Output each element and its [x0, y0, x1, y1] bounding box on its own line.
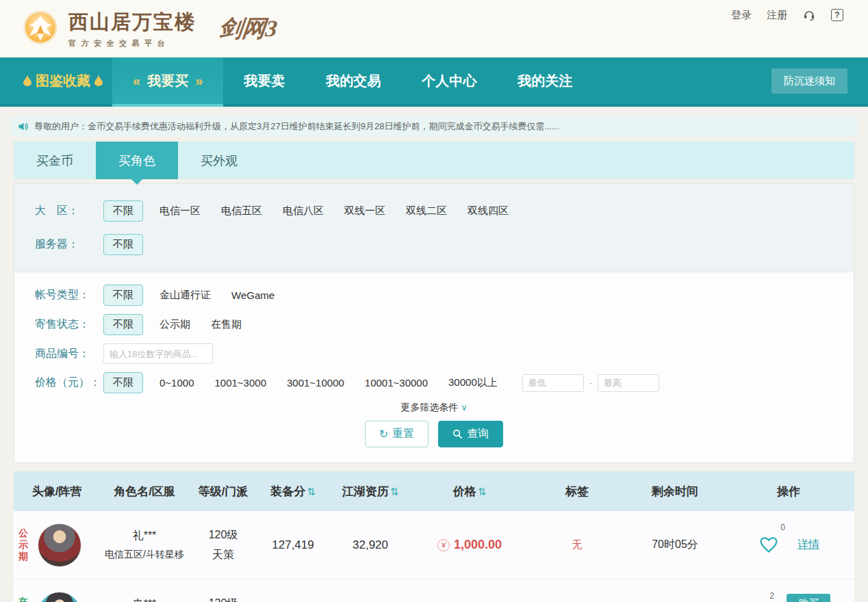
yen-icon: ¥: [437, 539, 450, 551]
speaker-icon: [18, 121, 29, 132]
site-logo[interactable]: 西山居万宝楼 官方安全交易平台: [21, 9, 196, 49]
character-server: 电信五区/斗转星移: [100, 549, 189, 561]
tags-value: 无: [527, 538, 627, 551]
character-name: 夹***: [100, 597, 189, 602]
customer-service-icon[interactable]: [802, 8, 816, 22]
announcement-bar[interactable]: 尊敬的用户：金币交易手续费优惠活动福利升级，从原定3月27日维护前结束延长到9月…: [10, 117, 858, 136]
jx3-game-logo: 剑网3: [218, 13, 279, 44]
filter-option[interactable]: 电信八区: [283, 205, 324, 218]
col-price[interactable]: 价格⇅: [412, 484, 527, 499]
nav-item-collection[interactable]: 图鉴收藏: [14, 57, 112, 104]
wanbaolou-logo-icon: [21, 9, 60, 49]
sort-icon[interactable]: ⇅: [390, 486, 399, 497]
col-actions: 操作: [723, 484, 854, 499]
sort-icon[interactable]: ⇅: [478, 486, 487, 497]
filter-option[interactable]: 在售期: [211, 318, 242, 331]
buy-button[interactable]: 购买: [787, 594, 830, 602]
reset-button[interactable]: ↻ 重置: [365, 421, 429, 447]
buy-tabs: 买金币 买角色 买外观: [14, 142, 854, 179]
help-icon[interactable]: ?: [831, 9, 843, 21]
col-gear-score[interactable]: 装备分⇅: [257, 484, 329, 499]
filter-section-server: 大 区： 不限 电信一区 电信五区 电信八区 双线一区 双线二区 双线四区 服务…: [14, 184, 854, 272]
tab-buy-character[interactable]: 买角色: [96, 142, 178, 179]
price-min-input[interactable]: [522, 374, 584, 392]
droplet-icon: [23, 75, 31, 86]
anti-addiction-button[interactable]: 防沉迷须知: [771, 68, 847, 94]
filter-section-detail: 帐号类型： 不限 金山通行证 WeGame 寄售状态： 不限 公示期 在售期 商…: [14, 272, 854, 462]
col-name-server: 角色名/区服: [100, 484, 189, 499]
character-name: 礼***: [100, 529, 189, 543]
search-button[interactable]: 查询: [438, 421, 503, 447]
filter-label: 价格（元）：: [35, 376, 103, 390]
login-link[interactable]: 登录: [731, 9, 752, 22]
filter-option-selected[interactable]: 不限: [103, 372, 143, 393]
col-avatar-faction: 头像/阵营: [14, 484, 100, 499]
search-icon: [452, 429, 463, 439]
filter-option[interactable]: WeGame: [231, 289, 275, 301]
filter-option[interactable]: 30000以上: [448, 376, 498, 389]
filter-option-selected[interactable]: 不限: [103, 314, 143, 335]
table-row[interactable]: 在售期 夹*** 电信五区/梦江南 120级 唐门 191,624 6,860 …: [14, 579, 854, 602]
character-school: 天策: [189, 548, 257, 562]
gear-score-value: 127,419: [257, 538, 329, 552]
character-level: 120级: [189, 528, 257, 542]
nav-item-label: 我要买: [147, 72, 188, 90]
nav-item-my-follows[interactable]: 我的关注: [497, 57, 593, 104]
favorite-count: 2: [769, 591, 774, 601]
table-row[interactable]: 公示期 礼*** 电信五区/斗转星移 120级 天策 127,419 32,92…: [14, 511, 854, 579]
favorite-count: 0: [780, 523, 785, 532]
character-avatar[interactable]: [38, 523, 81, 567]
filter-option-selected[interactable]: 不限: [103, 234, 143, 255]
tab-buy-gold[interactable]: 买金币: [14, 142, 96, 179]
filter-option[interactable]: 电信五区: [221, 205, 262, 218]
register-link[interactable]: 注册: [767, 9, 787, 22]
listing-status: 公示期: [18, 527, 29, 562]
nav-item-my-trades[interactable]: 我的交易: [305, 57, 401, 104]
filter-label: 商品编号：: [35, 347, 103, 361]
filter-option[interactable]: 电信一区: [159, 205, 201, 218]
filter-row-sale-status: 寄售状态： 不限 公示期 在售期: [35, 314, 833, 335]
more-filters-toggle[interactable]: 更多筛选条件∨: [35, 402, 833, 414]
filter-option[interactable]: 金山通行证: [159, 289, 211, 302]
filter-option[interactable]: 双线一区: [344, 205, 385, 218]
detail-link[interactable]: 详情: [797, 538, 819, 552]
col-level-school: 等级/门派: [189, 484, 257, 499]
filter-option-selected[interactable]: 不限: [103, 200, 143, 222]
reset-icon: ↻: [379, 428, 388, 441]
filter-option-selected[interactable]: 不限: [103, 285, 143, 306]
heart-icon: [758, 534, 780, 554]
col-tags: 标签: [527, 484, 627, 499]
filter-row-account-type: 帐号类型： 不限 金山通行证 WeGame: [35, 285, 833, 306]
product-id-input[interactable]: [103, 343, 213, 364]
filter-row-region: 大 区： 不限 电信一区 电信五区 电信八区 双线一区 双线二区 双线四区: [35, 200, 833, 222]
filter-row-price: 价格（元）： 不限 0~1000 1001~3000 3001~10000 10…: [35, 372, 833, 393]
filter-option[interactable]: 3001~10000: [287, 377, 344, 389]
character-avatar[interactable]: [38, 592, 81, 602]
listing-status: 在售期: [18, 596, 29, 602]
filter-label: 寄售状态：: [35, 317, 103, 332]
nav-item-buy[interactable]: « 我要买 »: [112, 57, 223, 104]
filter-row-product-id: 商品编号：: [35, 343, 833, 364]
nav-item-personal-center[interactable]: 个人中心: [401, 57, 497, 104]
top-header: 西山居万宝楼 官方安全交易平台 剑网3 登录 注册 ?: [0, 0, 868, 57]
nav-item-sell[interactable]: 我要卖: [223, 57, 305, 104]
time-left-value: 70时05分: [627, 538, 723, 552]
price-max-input[interactable]: [598, 374, 659, 392]
col-time-left: 剩余时间: [627, 484, 723, 499]
filter-option[interactable]: 1001~3000: [214, 377, 266, 389]
favorite-button[interactable]: 0: [758, 534, 780, 557]
experience-value: 32,920: [329, 538, 412, 552]
filter-label: 帐号类型：: [35, 288, 103, 302]
announcement-text: 尊敬的用户：金币交易手续费优惠活动福利升级，从原定3月27日维护前结束延长到9月…: [34, 120, 559, 133]
nav-deco-right-icon: »: [195, 73, 203, 89]
filter-option[interactable]: 公示期: [159, 318, 190, 331]
sort-icon[interactable]: ⇅: [307, 486, 316, 497]
filter-option[interactable]: 双线二区: [406, 205, 447, 218]
tab-buy-appearance[interactable]: 买外观: [178, 142, 260, 179]
table-header-row: 头像/阵营 角色名/区服 等级/门派 装备分⇅ 江湖资历⇅ 价格⇅ 标签 剩余时…: [14, 471, 854, 511]
filter-option[interactable]: 0~1000: [159, 377, 194, 389]
col-experience[interactable]: 江湖资历⇅: [329, 484, 412, 499]
filter-option[interactable]: 10001~30000: [365, 377, 428, 389]
filter-option[interactable]: 双线四区: [468, 205, 509, 218]
filter-label: 大 区：: [35, 204, 103, 218]
